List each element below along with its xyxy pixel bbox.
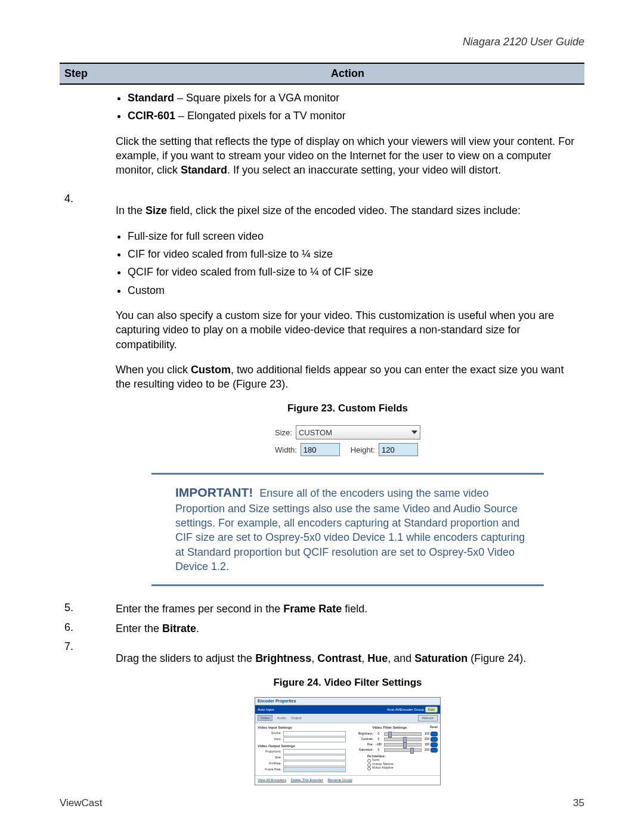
step-4-intro: In the Size field, click the pixel size …	[116, 203, 580, 218]
footer-brand: ViewCast	[60, 797, 103, 809]
custom-click-explain: When you click Custom, two additional fi…	[116, 363, 580, 392]
contrast-max: 200	[423, 738, 431, 741]
saturation-max: 200	[423, 748, 431, 752]
proportions-label: Proportions:	[258, 750, 281, 754]
col-action: Action	[111, 63, 584, 84]
reboot-button[interactable]: Reboot	[418, 715, 438, 721]
custom-size-explain: You can also specify a custom size for y…	[116, 308, 580, 352]
list-item: CCIR-601 – Elongated pixels for a TV mon…	[128, 109, 580, 123]
video-output-settings-title: Video Output Settings	[258, 744, 346, 748]
tab-video[interactable]: Video	[258, 715, 273, 721]
list-item: QCIF for video scaled from full-size to …	[128, 265, 580, 279]
reset-header: Reset	[430, 726, 438, 731]
hue-label: Hue:	[349, 743, 373, 747]
width-label: Width:	[275, 445, 297, 456]
input-select[interactable]	[283, 737, 346, 742]
video-filter-settings-col: Video Filter Settings Reset Brightness: …	[349, 726, 438, 773]
figure-24-caption: Figure 24. Video Filter Settings	[116, 676, 580, 690]
brightness-max: 100	[423, 732, 431, 736]
status-encoder-group: Auto AVEncoder Group	[387, 708, 424, 711]
contrast-label: Contrast:	[349, 738, 373, 741]
delete-encoder-link[interactable]: Delete This Encoder	[291, 778, 323, 782]
width-input[interactable]: 180	[301, 443, 340, 456]
deinterlace-group: De-Interlace: None Inverse Telecine Moti…	[367, 755, 438, 770]
ccir601-label: CCIR-601	[128, 110, 175, 122]
important-text: Ensure all of the encoders using the sam…	[175, 487, 525, 572]
deinterlace-motion-radio[interactable]: Motion Adaptive	[367, 766, 438, 770]
size-value: CUSTOM	[299, 428, 332, 438]
edit-button[interactable]: Edit	[425, 707, 438, 713]
step-4-number: 4.	[60, 190, 111, 599]
figure-23-caption: Figure 23. Custom Fields	[116, 402, 580, 416]
contrast-min: 0	[375, 738, 382, 741]
outsize-label: Size:	[258, 756, 281, 760]
saturation-slider[interactable]	[384, 748, 422, 752]
frmrate-label: FrmRate:	[258, 762, 281, 766]
tab-output[interactable]: Output	[291, 716, 302, 720]
step-7-number: 7.	[60, 638, 111, 792]
view-all-encoders-link[interactable]: View All Encoders	[258, 778, 286, 782]
saturation-label: Saturation:	[349, 748, 373, 752]
proportions-select[interactable]	[283, 749, 346, 754]
contrast-reset-button[interactable]	[431, 737, 438, 742]
size-select[interactable]: CUSTOM	[296, 425, 420, 439]
encoder-footer-links: View All Encoders Delete This Encoder Re…	[255, 775, 440, 785]
tab-audio[interactable]: Audio	[277, 716, 286, 720]
standard-label: Standard	[128, 92, 174, 104]
brightness-reset-button[interactable]	[431, 732, 438, 736]
list-item: Full-size for full screen video	[128, 229, 580, 243]
video-input-settings-col: Video Input Settings Source: Input: Vide…	[258, 726, 346, 773]
step-5-number: 5.	[60, 599, 111, 618]
hue-min: -180	[375, 743, 382, 747]
rename-group-link[interactable]: Rename Group	[328, 778, 352, 782]
custom-fields-panel: Size: CUSTOM Width: 180 Height: 120	[271, 423, 424, 459]
encoder-blue-bar: Auto Input Auto AVEncoder Group Edit	[255, 705, 440, 714]
brightness-slider[interactable]	[384, 732, 422, 736]
saturation-reset-button[interactable]	[431, 748, 438, 753]
video-input-settings-title: Video Input Settings	[258, 726, 346, 730]
outsize-select[interactable]	[283, 755, 346, 760]
size-options-list: Full-size for full screen video CIF for …	[128, 229, 580, 298]
step-6-text: Enter the Bitrate.	[111, 619, 584, 638]
size-label: Size:	[275, 428, 292, 438]
hue-slider[interactable]	[384, 743, 422, 747]
saturation-min: 0	[375, 748, 382, 752]
steps-table: Step Action Standard – Square pixels for…	[60, 63, 584, 792]
auto-input-label: Auto Input	[258, 708, 274, 711]
encoder-title: Encoder Properties	[255, 698, 440, 705]
framerate-input[interactable]	[283, 767, 346, 772]
important-label: IMPORTANT!	[175, 485, 253, 499]
frmrate-select[interactable]	[283, 761, 346, 766]
video-filter-settings-title: Video Filter Settings	[349, 726, 430, 730]
footer-page-number: 35	[573, 797, 584, 809]
step-6-number: 6.	[60, 619, 111, 638]
encoder-toolbar: Video Audio Output Reboot	[255, 714, 440, 723]
list-item: CIF for video scaled from full-size to ¼…	[128, 247, 580, 261]
brightness-label: Brightness:	[349, 732, 373, 736]
source-select[interactable]	[283, 731, 346, 736]
chevron-down-icon	[411, 431, 417, 434]
height-label: Height:	[351, 445, 375, 456]
header-guide-title: Niagara 2120 User Guide	[60, 36, 584, 48]
encoder-properties-panel: Encoder Properties Auto Input Auto AVEnc…	[255, 697, 441, 785]
hue-max: 180	[423, 743, 431, 747]
input-label: Input:	[258, 738, 281, 741]
framerate-label: Frame Rate:	[258, 768, 281, 772]
display-type-paragraph: Click the setting that reflects the type…	[116, 134, 580, 178]
step-5-text: Enter the frames per second in the Frame…	[111, 599, 584, 618]
list-item: Custom	[128, 283, 580, 298]
pixel-type-list: Standard – Square pixels for a VGA monit…	[128, 91, 580, 123]
source-label: Source:	[258, 732, 281, 735]
brightness-min: 0	[375, 732, 382, 736]
important-callout: IMPORTANT! Ensure all of the encoders us…	[151, 473, 544, 586]
hue-reset-button[interactable]	[431, 742, 438, 747]
col-step: Step	[60, 63, 111, 84]
contrast-slider[interactable]	[384, 738, 422, 741]
height-input[interactable]: 120	[379, 443, 418, 456]
standard-desc: – Square pixels for a VGA monitor	[174, 92, 339, 104]
list-item: Standard – Square pixels for a VGA monit…	[128, 91, 580, 105]
ccir601-desc: – Elongated pixels for a TV monitor	[175, 110, 346, 122]
step-7-text: Drag the sliders to adjust the Brightnes…	[116, 651, 580, 665]
deinterlace-none-radio[interactable]: None	[367, 758, 438, 762]
